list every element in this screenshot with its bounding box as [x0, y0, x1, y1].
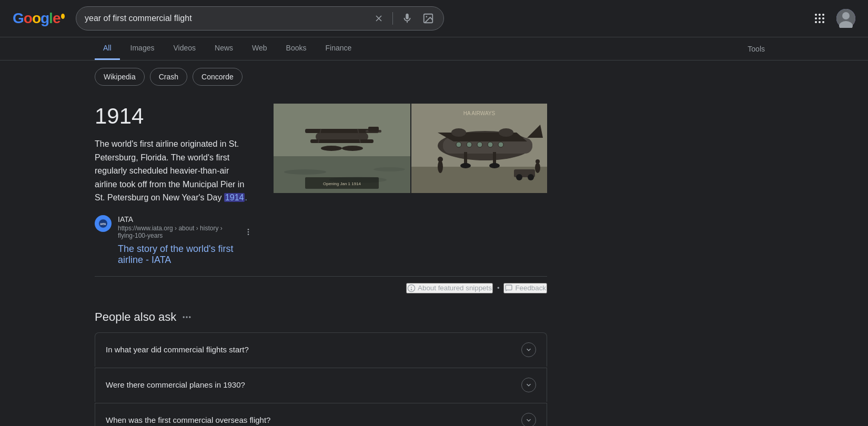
- google-logo[interactable]: Google: [13, 10, 65, 27]
- chips-row: Wikipedia Crash Concorde: [0, 60, 868, 93]
- snippet-description: The world's first airline originated in …: [95, 137, 253, 205]
- svg-point-47: [451, 128, 466, 137]
- year-heading: 1914: [95, 104, 253, 129]
- source-row: IATA IATA https://www.iata.org › about ›…: [95, 215, 253, 266]
- svg-point-45: [498, 142, 503, 147]
- svg-point-25: [374, 167, 405, 171]
- source-options-button[interactable]: [244, 228, 253, 236]
- paa-item-3[interactable]: When was the first commercial overseas f…: [95, 403, 547, 426]
- paa-question-3: When was the first commercial overseas f…: [106, 415, 270, 424]
- voice-search-icon[interactable]: [400, 12, 414, 25]
- svg-point-67: [183, 316, 185, 318]
- svg-point-14: [842, 12, 850, 19]
- search-bar: year of first commercial flight: [76, 6, 444, 31]
- image-row: Opening Jan 1 1914: [274, 104, 547, 193]
- paa-item-2[interactable]: Were there commercial planes in 1930?: [95, 368, 547, 402]
- source-info: IATA https://www.iata.org › about › hist…: [118, 215, 253, 266]
- svg-point-34: [342, 146, 363, 151]
- header-right: [811, 9, 855, 28]
- svg-point-7: [815, 17, 817, 19]
- airplane-image-2[interactable]: HA AIRWAYS: [411, 104, 547, 193]
- svg-point-5: [819, 14, 821, 16]
- svg-point-43: [477, 142, 482, 147]
- svg-point-41: [456, 142, 461, 147]
- svg-point-64: [411, 289, 411, 290]
- search-divider: [392, 12, 393, 25]
- svg-point-12: [822, 21, 824, 23]
- svg-rect-65: [506, 285, 512, 290]
- chip-crash[interactable]: Crash: [150, 68, 187, 86]
- svg-point-9: [822, 17, 824, 19]
- about-snippets-button[interactable]: About featured snippets: [406, 283, 493, 293]
- image-search-icon[interactable]: [421, 12, 435, 25]
- description-period: .: [245, 193, 247, 202]
- svg-text:IATA: IATA: [100, 222, 106, 226]
- feedback-button[interactable]: Feedback: [503, 283, 547, 293]
- svg-point-55: [438, 157, 443, 162]
- svg-point-57: [536, 159, 540, 164]
- main-content: 1914 The world's first airline originate…: [0, 93, 868, 426]
- svg-point-8: [819, 17, 821, 19]
- paa-header: People also ask: [95, 310, 547, 324]
- source-link[interactable]: The story of the world's first airline -…: [118, 244, 253, 266]
- nav-item-books[interactable]: Books: [278, 37, 315, 60]
- svg-point-69: [189, 316, 190, 318]
- svg-text:Opening Jan 1 1914: Opening Jan 1 1914: [323, 181, 361, 186]
- svg-point-6: [822, 14, 824, 16]
- paa-item-1[interactable]: In what year did commercial flights star…: [95, 332, 547, 367]
- svg-point-23: [284, 169, 326, 175]
- avatar[interactable]: [836, 9, 855, 28]
- search-nav: All Images Videos News Web Books Finance…: [0, 37, 868, 60]
- snippet-text: 1914 The world's first airline originate…: [95, 104, 253, 266]
- clear-icon[interactable]: [372, 12, 385, 25]
- svg-point-3: [426, 16, 427, 17]
- chip-wikipedia[interactable]: Wikipedia: [95, 68, 145, 86]
- featured-snippet: 1914 The world's first airline originate…: [95, 93, 547, 277]
- chip-concorde[interactable]: Concorde: [193, 68, 243, 86]
- about-snippets-row: About featured snippets • Feedback: [95, 277, 547, 300]
- nav-item-videos[interactable]: Videos: [165, 37, 204, 60]
- source-name: IATA: [118, 215, 253, 224]
- description-highlighted-year: 1914: [224, 193, 245, 202]
- nav-item-web[interactable]: Web: [244, 37, 276, 60]
- left-column: 1914 The world's first airline originate…: [95, 93, 547, 426]
- tools-button[interactable]: Tools: [739, 38, 773, 59]
- svg-text:HA AIRWAYS: HA AIRWAYS: [463, 110, 496, 116]
- search-input[interactable]: year of first commercial flight: [85, 14, 367, 23]
- svg-point-33: [321, 146, 342, 151]
- google-apps-button[interactable]: [811, 10, 828, 27]
- search-bar-wrapper: year of first commercial flight: [76, 6, 444, 31]
- svg-point-18: [248, 229, 249, 230]
- nav-item-all[interactable]: All: [95, 37, 120, 60]
- header: Google year of first commercial flight: [0, 0, 868, 37]
- paa-title: People also ask: [95, 310, 176, 324]
- description-part1: The world's first airline originated in …: [95, 139, 244, 202]
- svg-rect-32: [368, 127, 379, 132]
- nav-item-finance[interactable]: Finance: [317, 37, 360, 60]
- dot-separator: •: [497, 284, 500, 292]
- paa-question-2: Were there commercial planes in 1930?: [106, 380, 245, 389]
- people-also-ask-section: People also ask In what year did commerc…: [95, 300, 547, 426]
- chevron-down-icon-3: [521, 413, 536, 426]
- svg-point-48: [499, 128, 513, 137]
- nav-item-news[interactable]: News: [206, 37, 241, 60]
- about-snippets-label: About featured snippets: [418, 284, 492, 292]
- svg-point-11: [819, 21, 821, 23]
- snippet-images: Opening Jan 1 1914: [274, 104, 547, 266]
- nav-item-images[interactable]: Images: [122, 37, 163, 60]
- svg-point-20: [248, 234, 249, 235]
- chevron-down-icon-1: [521, 342, 536, 357]
- svg-point-54: [438, 160, 443, 173]
- svg-point-59: [516, 174, 522, 180]
- airplane-image-1[interactable]: Opening Jan 1 1914: [274, 104, 410, 193]
- search-icons: [372, 12, 435, 25]
- svg-point-44: [488, 142, 493, 147]
- svg-point-42: [467, 142, 472, 147]
- paa-more-button[interactable]: [181, 312, 192, 322]
- paa-question-1: In what year did commercial flights star…: [106, 345, 249, 354]
- svg-point-19: [248, 231, 249, 233]
- feedback-label: Feedback: [515, 284, 546, 292]
- iata-logo: IATA: [95, 215, 112, 232]
- svg-rect-28: [310, 139, 374, 143]
- svg-point-52: [460, 163, 471, 168]
